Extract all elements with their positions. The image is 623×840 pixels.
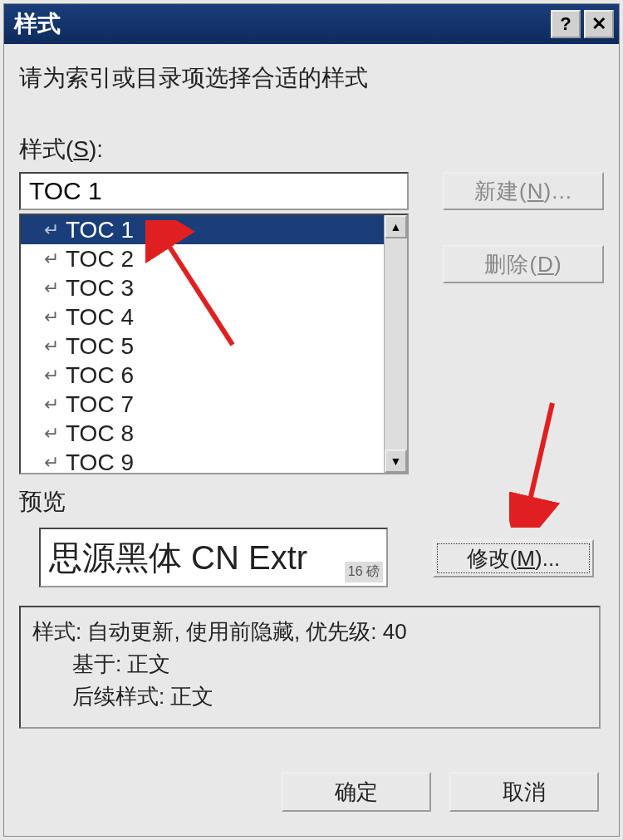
side-buttons: 新建(N)... 删除(D) bbox=[443, 172, 604, 283]
styles-label: 样式(S): bbox=[19, 134, 604, 165]
style-list-item[interactable]: ↵TOC 1 bbox=[21, 215, 384, 244]
delete-button[interactable]: 删除(D) bbox=[443, 245, 604, 283]
modify-button[interactable]: 修改(M)... bbox=[433, 539, 594, 577]
style-name-input[interactable] bbox=[19, 172, 409, 210]
style-item-label: TOC 5 bbox=[66, 333, 134, 360]
style-item-label: TOC 7 bbox=[66, 391, 134, 418]
style-dialog: 样式 ? ✕ 请为索引或目录项选择合适的样式 样式(S): ↵TOC 1↵TOC… bbox=[3, 3, 620, 837]
scroll-up-button[interactable]: ▲ bbox=[385, 215, 407, 238]
scrollbar: ▲ ▼ bbox=[384, 215, 407, 473]
style-list-item[interactable]: ↵TOC 9 bbox=[21, 448, 384, 473]
help-button[interactable]: ? bbox=[551, 10, 581, 38]
desc-line-3: 后续样式: 正文 bbox=[32, 680, 587, 713]
paragraph-mark-icon: ↵ bbox=[44, 307, 59, 328]
ok-button[interactable]: 确定 bbox=[282, 772, 431, 812]
bottom-buttons: 确定 取消 bbox=[19, 772, 604, 812]
dialog-content: 请为索引或目录项选择合适的样式 样式(S): ↵TOC 1↵TOC 2↵TOC … bbox=[4, 44, 619, 827]
paragraph-mark-icon: ↵ bbox=[44, 365, 59, 386]
paragraph-mark-icon: ↵ bbox=[44, 394, 59, 415]
close-button[interactable]: ✕ bbox=[584, 10, 614, 38]
style-list[interactable]: ↵TOC 1↵TOC 2↵TOC 3↵TOC 4↵TOC 5↵TOC 6↵TOC… bbox=[21, 215, 384, 473]
desc-line-2: 基于: 正文 bbox=[32, 648, 587, 680]
paragraph-mark-icon: ↵ bbox=[44, 336, 59, 357]
style-list-item[interactable]: ↵TOC 4 bbox=[21, 302, 384, 332]
cancel-button[interactable]: 取消 bbox=[449, 772, 599, 812]
preview-size-text: 16 磅 bbox=[345, 562, 383, 582]
description-box: 样式: 自动更新, 使用前隐藏, 优先级: 40 基于: 正文 后续样式: 正文 bbox=[19, 606, 601, 729]
titlebar-buttons: ? ✕ bbox=[551, 10, 614, 38]
style-item-label: TOC 1 bbox=[66, 217, 134, 243]
style-item-label: TOC 2 bbox=[66, 246, 134, 273]
style-item-label: TOC 4 bbox=[66, 304, 134, 331]
paragraph-mark-icon: ↵ bbox=[44, 219, 59, 241]
style-list-item[interactable]: ↵TOC 3 bbox=[21, 273, 384, 302]
style-list-item[interactable]: ↵TOC 5 bbox=[21, 332, 384, 361]
paragraph-mark-icon: ↵ bbox=[44, 452, 59, 474]
paragraph-mark-icon: ↵ bbox=[44, 423, 59, 445]
styles-left: ↵TOC 1↵TOC 2↵TOC 3↵TOC 4↵TOC 5↵TOC 6↵TOC… bbox=[19, 172, 421, 474]
style-list-item[interactable]: ↵TOC 8 bbox=[21, 419, 384, 448]
paragraph-mark-icon: ↵ bbox=[44, 278, 59, 299]
titlebar: 样式 ? ✕ bbox=[4, 4, 619, 44]
scroll-down-button[interactable]: ▼ bbox=[385, 449, 407, 473]
style-list-item[interactable]: ↵TOC 6 bbox=[21, 361, 384, 390]
window-title: 样式 bbox=[14, 8, 61, 40]
preview-label: 预览 bbox=[19, 486, 604, 518]
style-item-label: TOC 3 bbox=[66, 275, 134, 302]
desc-line-1: 样式: 自动更新, 使用前隐藏, 优先级: 40 bbox=[32, 616, 587, 648]
style-list-item[interactable]: ↵TOC 7 bbox=[21, 390, 384, 419]
new-button[interactable]: 新建(N)... bbox=[443, 172, 604, 210]
style-item-label: TOC 9 bbox=[66, 449, 134, 474]
instruction-text: 请为索引或目录项选择合适的样式 bbox=[19, 62, 604, 94]
preview-row: 思源黑体 CN Extr 16 磅 修改(M)... bbox=[19, 528, 604, 587]
preview-box: 思源黑体 CN Extr 16 磅 bbox=[39, 528, 388, 587]
styles-row: ↵TOC 1↵TOC 2↵TOC 3↵TOC 4↵TOC 5↵TOC 6↵TOC… bbox=[19, 172, 604, 474]
paragraph-mark-icon: ↵ bbox=[44, 248, 59, 270]
style-item-label: TOC 8 bbox=[66, 420, 134, 447]
preview-font-text: 思源黑体 CN Extr bbox=[49, 535, 307, 581]
style-list-item[interactable]: ↵TOC 2 bbox=[21, 244, 384, 273]
style-item-label: TOC 6 bbox=[66, 362, 134, 389]
style-list-container: ↵TOC 1↵TOC 2↵TOC 3↵TOC 4↵TOC 5↵TOC 6↵TOC… bbox=[19, 214, 409, 474]
